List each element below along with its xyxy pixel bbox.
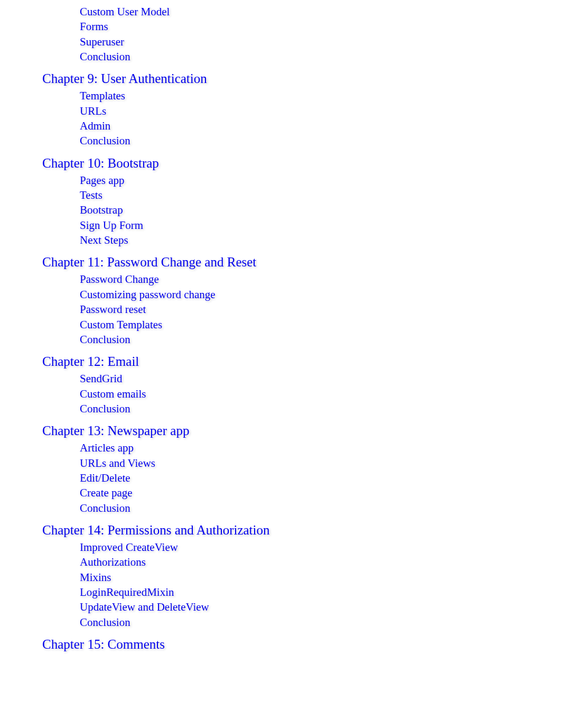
toc-subsection-link[interactable]: LoginRequiredMixin bbox=[80, 585, 561, 600]
toc-subsection-link[interactable]: Bootstrap bbox=[80, 202, 561, 217]
toc-chapter-link[interactable]: Chapter 15: Comments bbox=[42, 637, 561, 652]
toc-chapter-link[interactable]: Chapter 12: Email bbox=[42, 354, 561, 369]
toc-subsection-link[interactable]: Conclusion bbox=[80, 615, 561, 630]
leading-subsection-list: Custom User ModelFormsSuperuserConclusio… bbox=[42, 4, 561, 64]
toc-subsection-link[interactable]: Next Steps bbox=[80, 233, 561, 247]
toc-subsection-link[interactable]: Edit/Delete bbox=[80, 471, 561, 485]
toc-subsection-list: TemplatesURLsAdminConclusion bbox=[42, 88, 561, 148]
toc-subsection-list: SendGridCustom emailsConclusion bbox=[42, 371, 561, 416]
toc-subsection-link[interactable]: Mixins bbox=[80, 570, 561, 585]
toc-subsection-link[interactable]: Pages app bbox=[80, 173, 561, 188]
toc-subsection-link[interactable]: Conclusion bbox=[80, 401, 561, 416]
toc-subsection-link[interactable]: Tests bbox=[80, 188, 561, 202]
toc-subsection-list: Improved CreateViewAuthorizationsMixinsL… bbox=[42, 540, 561, 630]
toc-subsection-link[interactable]: Conclusion bbox=[80, 49, 561, 64]
toc-chapter-link[interactable]: Chapter 14: Permissions and Authorizatio… bbox=[42, 523, 561, 538]
toc-subsection-link[interactable]: SendGrid bbox=[80, 371, 561, 386]
toc-subsection-link[interactable]: Custom Templates bbox=[80, 317, 561, 332]
toc-subsection-link[interactable]: Improved CreateView bbox=[80, 540, 561, 555]
toc-subsection-link[interactable]: Admin bbox=[80, 118, 561, 133]
toc-chapter-link[interactable]: Chapter 9: User Authentication bbox=[42, 71, 561, 86]
toc-subsection-link[interactable]: Conclusion bbox=[80, 133, 561, 148]
toc-chapter-link[interactable]: Chapter 11: Password Change and Reset bbox=[42, 255, 561, 270]
toc-subsection-list: Password ChangeCustomizing password chan… bbox=[42, 272, 561, 347]
toc-subsection-link[interactable]: Password reset bbox=[80, 302, 561, 317]
toc-subsection-link[interactable]: Custom emails bbox=[80, 386, 561, 401]
toc-subsection-link[interactable]: Templates bbox=[80, 88, 561, 103]
toc-subsection-list: Articles appURLs and ViewsEdit/DeleteCre… bbox=[42, 440, 561, 515]
toc-subsection-link[interactable]: Articles app bbox=[80, 440, 561, 455]
toc-subsection-link[interactable]: Authorizations bbox=[80, 555, 561, 569]
toc-subsection-link[interactable]: Password Change bbox=[80, 272, 561, 287]
toc-subsection-link[interactable]: Conclusion bbox=[80, 332, 561, 347]
toc-subsection-link[interactable]: Superuser bbox=[80, 34, 561, 49]
toc-chapter-link[interactable]: Chapter 13: Newspaper app bbox=[42, 423, 561, 438]
toc-subsection-link[interactable]: Create page bbox=[80, 485, 561, 500]
toc-subsection-link[interactable]: UpdateView and DeleteView bbox=[80, 600, 561, 614]
toc-subsection-link[interactable]: Forms bbox=[80, 19, 561, 34]
toc-subsection-link[interactable]: URLs and Views bbox=[80, 456, 561, 471]
toc-subsection-link[interactable]: Sign Up Form bbox=[80, 218, 561, 233]
toc-subsection-list: Pages appTestsBootstrapSign Up FormNext … bbox=[42, 173, 561, 248]
toc-chapter-link[interactable]: Chapter 10: Bootstrap bbox=[42, 156, 561, 171]
toc-subsection-link[interactable]: Conclusion bbox=[80, 501, 561, 515]
toc-subsection-link[interactable]: Custom User Model bbox=[80, 4, 561, 19]
toc-subsection-link[interactable]: URLs bbox=[80, 104, 561, 118]
table-of-contents: Custom User ModelFormsSuperuserConclusio… bbox=[0, 0, 561, 652]
toc-subsection-link[interactable]: Customizing password change bbox=[80, 287, 561, 302]
